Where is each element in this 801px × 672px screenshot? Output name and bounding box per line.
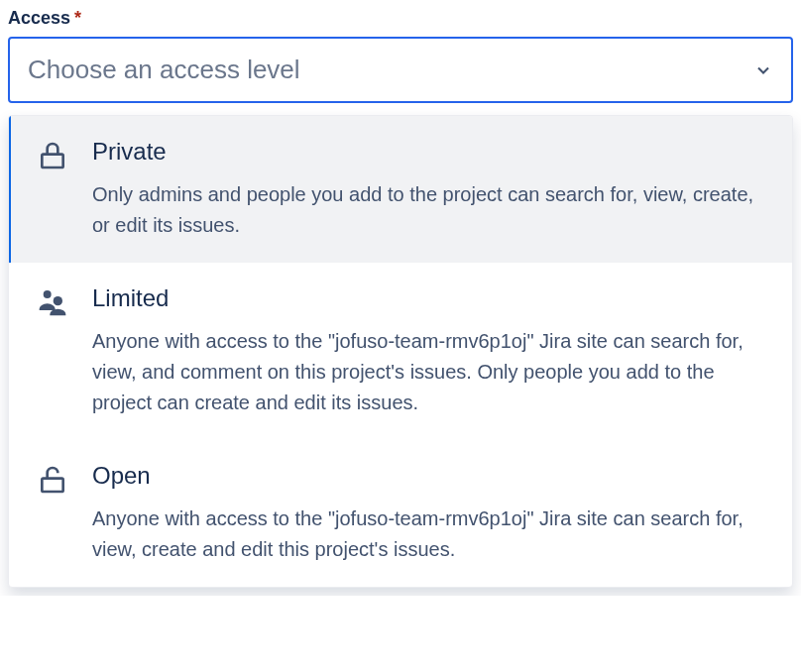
option-content: Private Only admins and people you add t… (92, 138, 768, 241)
field-label: Access * (8, 8, 793, 29)
option-content: Open Anyone with access to the "jofuso-t… (92, 462, 768, 565)
people-icon (37, 286, 68, 318)
option-title: Limited (92, 284, 768, 312)
option-description: Anyone with access to the "jofuso-team-r… (92, 326, 768, 418)
access-select-trigger[interactable]: Choose an access level (8, 37, 793, 103)
required-asterisk: * (74, 8, 81, 29)
svg-rect-0 (42, 155, 62, 168)
svg-point-2 (54, 296, 62, 305)
access-option-open[interactable]: Open Anyone with access to the "jofuso-t… (9, 440, 792, 587)
chevron-down-icon (753, 60, 773, 80)
access-option-limited[interactable]: Limited Anyone with access to the "jofus… (9, 263, 792, 440)
access-dropdown-menu: Private Only admins and people you add t… (8, 115, 793, 588)
option-title: Private (92, 138, 768, 166)
field-label-text: Access (8, 8, 70, 29)
option-content: Limited Anyone with access to the "jofus… (92, 284, 768, 418)
option-description: Only admins and people you add to the pr… (92, 179, 768, 241)
access-select-placeholder: Choose an access level (28, 55, 300, 85)
lock-icon (37, 140, 68, 171)
svg-rect-3 (42, 479, 62, 492)
option-title: Open (92, 462, 768, 490)
svg-point-1 (44, 290, 52, 298)
option-description: Anyone with access to the "jofuso-team-r… (92, 504, 768, 565)
unlock-icon (37, 464, 68, 496)
access-option-private[interactable]: Private Only admins and people you add t… (9, 116, 792, 263)
